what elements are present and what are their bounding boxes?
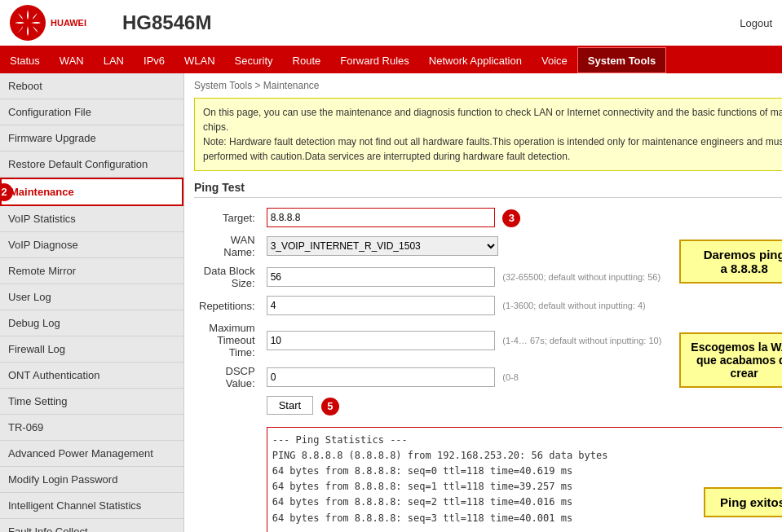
sidebar-item-fault-info[interactable]: Fault Info Collect (0, 519, 183, 532)
nav-forward-rules[interactable]: Forward Rules (330, 47, 419, 73)
main-content: System Tools > Maintenance On this page,… (184, 73, 782, 532)
output-line6: 64 bytes from 8.8.8.8: seq=3 ttl=118 tim… (272, 512, 572, 524)
nav-status[interactable]: Status (0, 47, 50, 73)
nav-security[interactable]: Security (225, 47, 283, 73)
huawei-logo-icon (8, 3, 47, 42)
output-line3: 64 bytes from 8.8.8.8: seq=0 ttl=118 tim… (272, 465, 572, 477)
sidebar-item-firmware[interactable]: Firmware Upgrade (0, 125, 183, 152)
sidebar-item-voip-stats[interactable]: VoIP Statistics (0, 206, 183, 232)
sidebar-item-firewall-log[interactable]: Firewall Log (0, 336, 183, 363)
main-nav: Status WAN LAN IPv6 WLAN Security Route … (0, 47, 782, 73)
breadcrumb: System Tools > Maintenance (194, 80, 782, 91)
start-btn-row: Start 5 (194, 393, 782, 419)
target-input[interactable] (267, 208, 495, 227)
start-button[interactable]: Start (267, 396, 313, 415)
sidebar-item-restore[interactable]: Restore Default Configuration (0, 152, 183, 178)
layout: Reboot Configuration File Firmware Upgra… (0, 73, 782, 532)
nav-system-tools[interactable]: System Tools (577, 47, 667, 73)
callout-daremos-ping: Daremos pinga 8.8.8.8 (679, 240, 782, 284)
sidebar-item-modify-login[interactable]: Modify Login Password (0, 467, 183, 493)
output-line4: 64 bytes from 8.8.8.8: seq=1 ttl=118 tim… (272, 481, 572, 492)
repetitions-row: Repetitions: (1-3600; default without in… (194, 292, 782, 319)
nav-wlan[interactable]: WLAN (175, 47, 225, 73)
wan-name-label: WAN Name: (194, 231, 262, 262)
sidebar-item-config-file[interactable]: Configuration File (0, 99, 183, 125)
header: HUAWEI HG8546M Logout (0, 0, 782, 47)
dscp-hint: (0-8 (502, 372, 519, 382)
max-timeout-label: Maximum Timeout Time: (194, 319, 262, 362)
sidebar-item-user-log[interactable]: User Log (0, 284, 183, 310)
output-line1: --- Ping Statistics --- (272, 434, 408, 446)
sidebar-item-debug-log[interactable]: Debug Log (0, 310, 183, 336)
sidebar-item-tr069[interactable]: TR-069 (0, 415, 183, 441)
data-block-input[interactable] (267, 267, 495, 287)
info-box: On this page, you can use the maintenanc… (194, 98, 782, 171)
repetitions-label: Repetitions: (194, 292, 262, 319)
output-row: --- Ping Statistics --- PING 8.8.8.8 (8.… (194, 419, 782, 532)
logout-button[interactable]: Logout (740, 17, 772, 29)
model-name: HG8546M (114, 11, 740, 34)
nav-ipv6[interactable]: IPv6 (134, 47, 175, 73)
wan-name-select[interactable]: 3_VOIP_INTERNET_R_VID_1503 (267, 236, 498, 256)
max-timeout-input[interactable] (267, 331, 495, 350)
badge-3: 3 (502, 209, 520, 227)
sidebar-item-maintenance[interactable]: Maintenance 2 (0, 178, 183, 206)
info-line1: On this page, you can use the maintenanc… (203, 107, 782, 133)
nav-route[interactable]: Route (283, 47, 331, 73)
ping-test-title: Ping Test (194, 181, 782, 198)
callout-ping-exitoso: Ping exitoso (704, 487, 782, 517)
target-row: Target: 3 (194, 204, 782, 231)
max-timeout-hint: (1-4… 67s; default without inputting: 10… (502, 336, 661, 345)
output-line5: 64 bytes from 8.8.8.8: seq=2 ttl=118 tim… (272, 496, 572, 508)
badge-5: 5 (321, 398, 339, 415)
repetitions-input[interactable] (267, 296, 495, 315)
brand-label: HUAWEI (51, 18, 86, 28)
logo-area: HUAWEI (0, 3, 114, 42)
sidebar-item-adv-power[interactable]: Advanced Power Management (0, 441, 183, 467)
output-line2: PING 8.8.8.8 (8.8.8.8) from 192.168.253.… (272, 450, 608, 461)
dscp-input[interactable] (267, 367, 495, 387)
sidebar-item-reboot[interactable]: Reboot (0, 73, 183, 99)
repetitions-hint: (1-3600; default without inputting: 4) (502, 301, 646, 310)
nav-voice[interactable]: Voice (532, 47, 577, 73)
callout-escoger-wan: Escogemos la WANque acabamos decrear (679, 332, 782, 388)
sidebar-item-ont-auth[interactable]: ONT Authentication (0, 363, 183, 389)
sidebar-item-voip-diagnose[interactable]: VoIP Diagnose (0, 232, 183, 258)
target-label: Target: (194, 204, 262, 231)
content-wrapper: System Tools > Maintenance On this page,… (194, 80, 782, 532)
nav-network-application[interactable]: Network Application (419, 47, 532, 73)
nav-lan[interactable]: LAN (94, 47, 134, 73)
info-line2: Note: Hardware fault detection may not f… (203, 136, 782, 162)
nav-wan[interactable]: WAN (50, 47, 94, 73)
dscp-label: DSCP Value: (194, 362, 262, 393)
sidebar-badge-2: 2 (0, 183, 13, 201)
data-block-hint: (32-65500; default without inputting: 56… (502, 272, 661, 282)
sidebar: Reboot Configuration File Firmware Upgra… (0, 73, 184, 532)
sidebar-item-remote-mirror[interactable]: Remote Mirror (0, 258, 183, 284)
sidebar-item-intelligent-ch[interactable]: Intelligent Channel Statistics (0, 493, 183, 519)
sidebar-item-time-setting[interactable]: Time Setting (0, 389, 183, 415)
data-block-label: Data Block Size: (194, 262, 262, 292)
